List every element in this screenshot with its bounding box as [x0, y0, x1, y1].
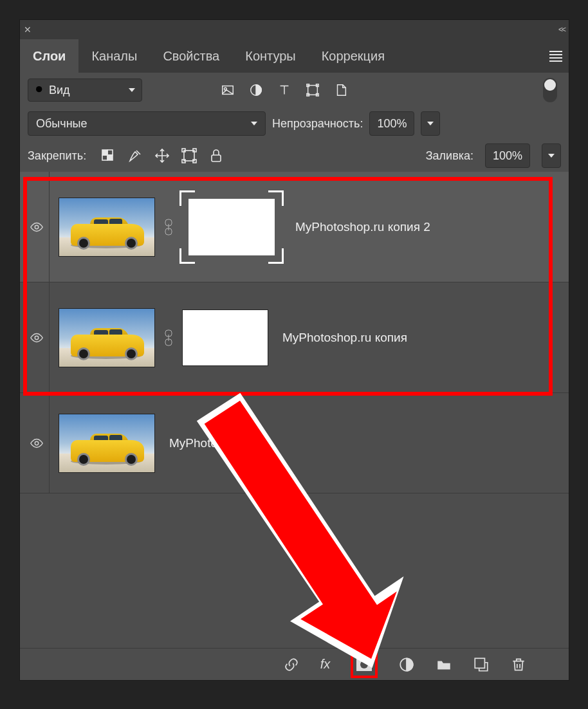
link-layers-icon[interactable] [283, 656, 300, 673]
layers-list: MyPhotoshop.ru копия 2 MyPhotoshop.ru ко… [20, 172, 569, 648]
svg-rect-12 [102, 155, 107, 160]
svg-rect-13 [107, 155, 113, 160]
delete-layer-icon[interactable] [510, 656, 527, 673]
svg-rect-19 [212, 155, 221, 161]
layers-bottom-toolbar: fx [20, 648, 569, 680]
panel-tabs: Слои Каналы Свойства Контуры Коррекция [20, 39, 569, 73]
new-adjustment-layer-icon[interactable] [398, 656, 415, 673]
lock-all-icon[interactable] [208, 148, 224, 163]
svg-line-1 [41, 91, 44, 94]
lock-label: Закрепить: [28, 149, 86, 163]
eye-icon [30, 220, 44, 234]
mask-link-icon[interactable] [163, 219, 174, 235]
collapse-icon[interactable]: << [558, 25, 565, 34]
layer-name[interactable]: MyPhotoshop.ru копия 2 [295, 220, 430, 234]
close-icon[interactable]: ✕ [24, 24, 32, 35]
tab-adjustments[interactable]: Коррекция [309, 39, 398, 73]
layer-thumbnail[interactable] [59, 308, 155, 367]
opacity-input[interactable]: 100% [369, 111, 414, 136]
fill-stepper[interactable] [542, 143, 561, 168]
search-icon [35, 85, 45, 95]
opacity-stepper[interactable] [421, 111, 440, 136]
visibility-toggle[interactable] [24, 393, 50, 493]
tab-channels[interactable]: Каналы [78, 39, 150, 73]
filter-smartobject-icon[interactable] [334, 83, 348, 97]
tab-paths[interactable]: Контуры [232, 39, 308, 73]
blend-mode-label: Обычные [36, 117, 87, 131]
chevron-down-icon [129, 88, 135, 92]
lock-row: Закрепить: Заливка: 100% [20, 140, 569, 172]
layer-name[interactable]: MyPhotoshop.ru [169, 436, 258, 450]
filter-shape-icon[interactable] [306, 83, 320, 97]
lock-artboard-icon[interactable] [181, 148, 197, 163]
filter-pixel-icon[interactable] [221, 83, 235, 97]
layer-thumbnail[interactable] [59, 414, 155, 473]
filter-toggle[interactable] [543, 78, 557, 102]
svg-point-24 [35, 336, 39, 340]
layer-mask-thumbnail[interactable] [182, 309, 268, 366]
filter-type-select[interactable]: Вид [28, 78, 142, 102]
panel-titlebar: ✕ << [20, 20, 569, 39]
tab-properties[interactable]: Свойства [150, 39, 232, 73]
svg-point-28 [35, 441, 39, 445]
lock-transparency-icon[interactable] [100, 148, 116, 163]
opacity-label: Непрозрачность: [272, 117, 363, 131]
layer-row[interactable]: MyPhotoshop.ru копия [20, 282, 569, 393]
fill-input[interactable]: 100% [485, 143, 530, 168]
layer-row[interactable]: MyPhotoshop.ru [20, 393, 569, 493]
layer-mask-thumbnail[interactable] [182, 193, 281, 261]
lock-position-icon[interactable] [154, 148, 170, 163]
svg-point-0 [36, 86, 42, 92]
chevron-down-icon [251, 122, 257, 125]
fill-label: Заливка: [426, 149, 473, 163]
layer-thumbnail[interactable] [59, 198, 155, 257]
svg-rect-30 [475, 658, 485, 668]
layer-row[interactable]: MyPhotoshop.ru копия 2 [20, 172, 569, 282]
visibility-toggle[interactable] [24, 282, 50, 392]
layer-style-icon[interactable]: fx [320, 657, 331, 672]
layers-panel: ✕ << Слои Каналы Свойства Контуры Коррек… [19, 19, 569, 681]
eye-icon [30, 436, 44, 450]
tab-layers[interactable]: Слои [20, 39, 78, 73]
svg-point-20 [35, 225, 39, 229]
new-layer-icon[interactable] [473, 656, 490, 673]
svg-rect-11 [107, 150, 113, 155]
blend-mode-select[interactable]: Обычные [28, 111, 266, 136]
svg-rect-10 [102, 150, 107, 155]
panel-menu-icon[interactable] [548, 48, 564, 64]
layer-name[interactable]: MyPhotoshop.ru копия [282, 331, 407, 345]
filter-type-icon[interactable] [277, 83, 291, 97]
blend-row: Обычные Непрозрачность: 100% [20, 107, 569, 140]
new-group-icon[interactable] [436, 656, 452, 673]
eye-icon [30, 331, 44, 345]
mask-link-icon[interactable] [163, 329, 174, 346]
filter-adjustment-icon[interactable] [249, 83, 263, 97]
filter-toolbar: Вид [20, 73, 569, 107]
svg-point-3 [225, 87, 227, 90]
visibility-toggle[interactable] [24, 172, 50, 282]
add-layer-mask-button[interactable] [351, 651, 378, 678]
lock-pixels-icon[interactable] [127, 148, 143, 163]
filter-type-label: Вид [49, 84, 70, 97]
